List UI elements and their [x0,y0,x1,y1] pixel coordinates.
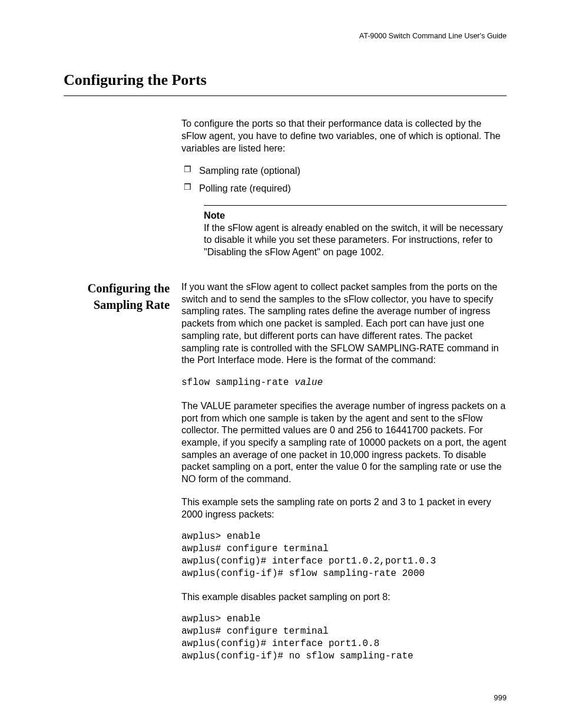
body-paragraph: This example disables packet sampling on… [181,591,507,603]
note-body: If the sFlow agent is already enabled on… [204,222,503,257]
subsection-heading: Configuring the Sampling Rate [64,281,170,673]
subsection: Configuring the Sampling Rate If you wan… [64,281,507,673]
command-block: awplus> enable awplus# configure termina… [181,531,507,579]
note-label: Note [204,210,225,220]
variable-list: Sampling rate (optional) Polling rate (r… [181,164,507,194]
list-item: Polling rate (required) [181,182,507,195]
body-paragraph: The VALUE parameter specifies the averag… [181,400,507,485]
command-block: sflow sampling-rate value [181,377,507,389]
list-item: Sampling rate (optional) [181,164,507,177]
page-number: 999 [494,693,507,703]
note-box: Note If the sFlow agent is already enabl… [204,205,507,258]
command-text: sflow sampling-rate [181,377,295,388]
intro-paragraph: To configure the ports so that their per… [181,117,507,154]
body-paragraph: If you want the sFlow agent to collect p… [181,281,507,366]
subsection-body: If you want the sFlow agent to collect p… [181,281,507,673]
body-paragraph: This example sets the sampling rate on p… [181,496,507,520]
section-title: Configuring the Ports [64,70,507,96]
command-block: awplus> enable awplus# configure termina… [181,613,507,662]
doc-header: AT-9000 Switch Command Line User's Guide [64,31,507,41]
intro-block: To configure the ports so that their per… [181,117,507,258]
command-arg: value [295,377,323,388]
